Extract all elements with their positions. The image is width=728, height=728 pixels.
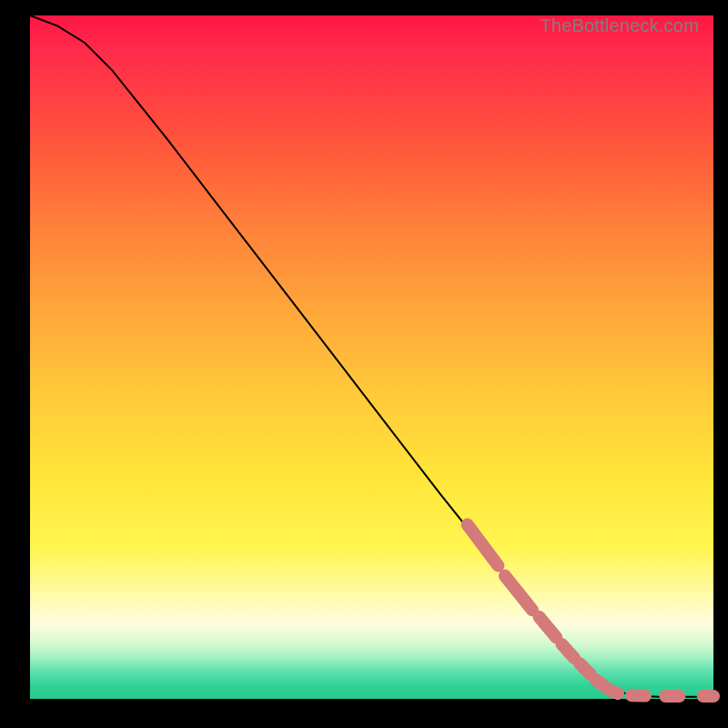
dash-segment bbox=[596, 680, 606, 687]
main-curve bbox=[30, 15, 713, 697]
plot-area: TheBottleneck.com bbox=[30, 15, 713, 699]
chart-stage: TheBottleneck.com bbox=[0, 0, 728, 728]
chart-overlay bbox=[30, 15, 713, 699]
dash-segment bbox=[540, 617, 557, 638]
dash-segment bbox=[611, 691, 618, 693]
dash-group bbox=[468, 525, 713, 697]
dash-segment bbox=[505, 576, 532, 611]
dash-segment bbox=[468, 525, 499, 566]
dash-segment bbox=[561, 644, 574, 658]
dash-segment bbox=[580, 663, 591, 674]
